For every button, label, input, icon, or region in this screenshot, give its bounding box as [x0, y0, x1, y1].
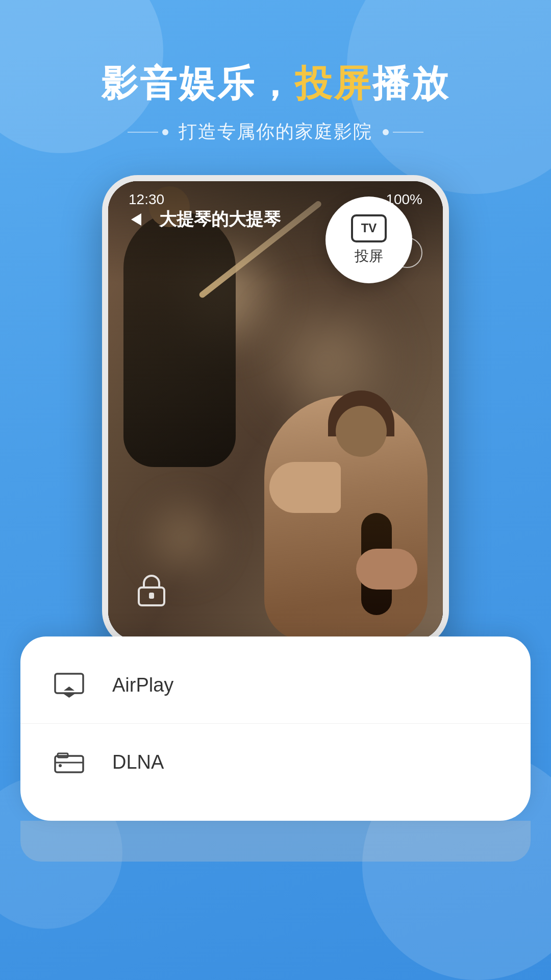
- title-highlight: 投屏: [295, 63, 372, 104]
- tv-icon-text: TV: [361, 221, 377, 235]
- svg-marker-3: [62, 693, 77, 698]
- subtitle-text: 打造专属你的家庭影院: [179, 119, 372, 144]
- title-part1: 影音娱乐，: [101, 63, 295, 104]
- dlna-label: DLNA: [112, 751, 164, 773]
- status-time: 12:30: [129, 191, 164, 208]
- dot-right: [383, 129, 389, 135]
- svg-marker-4: [64, 687, 74, 691]
- svg-rect-1: [149, 593, 154, 599]
- header-section: 影音娱乐，投屏播放 打造专属你的家庭影院: [0, 0, 551, 175]
- song-title: 大提琴的大提琴: [159, 208, 281, 231]
- phone-outer: 12:30 100% 大提琴的大提琴 TV: [102, 175, 449, 647]
- phone-wrapper: 12:30 100% 大提琴的大提琴 TV: [0, 175, 551, 647]
- airplay-icon: [53, 671, 86, 699]
- tv-cast-button[interactable]: TV 投屏: [325, 197, 412, 283]
- subtitle-right-deco: [383, 129, 423, 135]
- bottom-sheet: AirPlay DLNA: [20, 636, 531, 821]
- title-part2: 播放: [372, 63, 450, 104]
- subtitle-left-deco: [128, 129, 168, 135]
- svg-point-7: [59, 764, 62, 767]
- woman-head: [336, 406, 387, 457]
- phone-screen: 12:30 100% 大提琴的大提琴 TV: [108, 181, 443, 641]
- dash-right: [393, 132, 423, 133]
- back-arrow-icon: [131, 213, 141, 226]
- airplay-label: AirPlay: [112, 674, 173, 696]
- dot-left: [162, 129, 168, 135]
- dlna-icon: [53, 748, 86, 776]
- back-button[interactable]: [123, 207, 149, 232]
- lock-area[interactable]: [134, 572, 169, 610]
- lock-icon: [134, 572, 169, 608]
- dash-left: [128, 132, 158, 133]
- tv-label: 投屏: [355, 247, 383, 266]
- bottom-strip: [20, 821, 531, 862]
- cello-hand: [356, 549, 417, 590]
- background: 影音娱乐，投屏播放 打造专属你的家庭影院: [0, 0, 551, 980]
- page-title: 影音娱乐，投屏播放: [0, 61, 551, 105]
- dlna-item[interactable]: DLNA: [20, 724, 531, 800]
- airplay-item[interactable]: AirPlay: [20, 647, 531, 724]
- phone-inner: 12:30 100% 大提琴的大提琴 TV: [108, 181, 443, 641]
- airplay-icon-container: [51, 667, 87, 703]
- woman-shoulder: [269, 462, 341, 513]
- subtitle-row: 打造专属你的家庭影院: [0, 119, 551, 144]
- dlna-icon-container: [51, 744, 87, 780]
- tv-icon: TV: [351, 214, 387, 242]
- svg-rect-5: [55, 756, 83, 772]
